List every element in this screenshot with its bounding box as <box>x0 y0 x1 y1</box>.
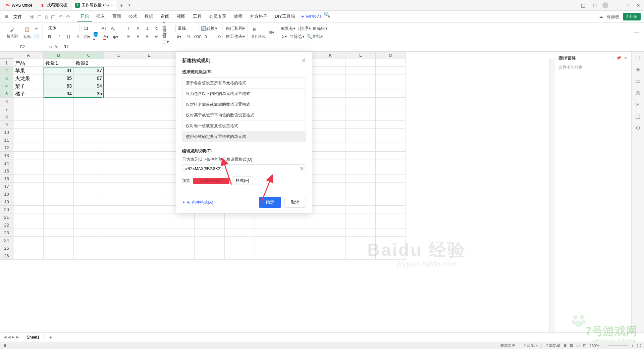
cell[interactable] <box>255 229 285 237</box>
cell[interactable] <box>134 90 164 98</box>
font-name-select[interactable] <box>46 25 79 32</box>
cell[interactable] <box>376 229 406 237</box>
cell[interactable] <box>104 90 134 98</box>
cond-format-label[interactable]: 条件格式 <box>251 34 266 39</box>
cell[interactable] <box>345 144 376 152</box>
merge-cells-icon[interactable]: ⊞ 合并▾ <box>162 33 170 40</box>
cell[interactable] <box>44 121 74 129</box>
cell[interactable] <box>345 105 376 113</box>
formula-input-box[interactable]: ⊞ <box>182 164 306 173</box>
cell[interactable] <box>74 206 104 213</box>
cell[interactable] <box>13 136 44 144</box>
cell[interactable] <box>104 175 134 183</box>
cell[interactable] <box>164 252 195 260</box>
tab-member[interactable]: 会员专享 <box>206 11 230 22</box>
cell[interactable] <box>44 221 74 229</box>
cell[interactable]: 橘子 <box>13 90 44 98</box>
worksheet-button[interactable]: ⊞ 工作表▾ <box>226 33 245 40</box>
print-icon[interactable]: ⎙ <box>44 13 48 20</box>
sheet-prev-icon[interactable]: ◀ <box>8 335 10 339</box>
cell[interactable] <box>44 237 74 244</box>
cell[interactable] <box>44 252 74 260</box>
cell[interactable] <box>315 159 345 167</box>
app-tab-wps[interactable]: W WPS Office <box>2 1 36 10</box>
format-button[interactable]: 格式(F) <box>232 177 253 185</box>
cell[interactable] <box>376 74 406 82</box>
cell[interactable] <box>225 213 255 221</box>
row-header[interactable]: 19 <box>0 198 13 206</box>
row-header[interactable]: 2 <box>0 67 13 74</box>
currency-icon[interactable]: ¥▾ <box>175 34 183 40</box>
cancel-formula-icon[interactable]: ⊙ <box>49 45 52 49</box>
cell[interactable] <box>315 237 345 244</box>
range-picker-icon[interactable]: ⊞ <box>300 166 303 171</box>
tab-view[interactable]: 视图 <box>173 11 189 22</box>
col-header[interactable]: L <box>345 52 376 59</box>
col-header[interactable]: M <box>376 52 406 59</box>
new-tab-button[interactable]: + <box>117 2 126 8</box>
style-panel-icon[interactable]: ◈ <box>636 66 640 72</box>
settings-icon[interactable]: ⚙ <box>636 125 640 131</box>
cell[interactable] <box>13 190 44 198</box>
file-menu[interactable]: 文件 <box>11 13 25 21</box>
bold-icon[interactable]: B <box>46 34 53 40</box>
decrease-font-icon[interactable]: A↓ <box>110 25 117 32</box>
cell[interactable] <box>44 190 74 198</box>
cell[interactable] <box>315 221 345 229</box>
rows-cols-button[interactable]: ⊞ 行和列▾ <box>226 25 245 32</box>
tab-efficiency[interactable]: 效率 <box>230 11 246 22</box>
backup-icon[interactable]: ◎ <box>636 90 640 96</box>
app-tab-workbook[interactable]: S 工作簿数量.xlsx • <box>72 1 116 10</box>
col-header[interactable]: D <box>104 52 134 59</box>
stack-order-label[interactable]: 叠放次序 <box>500 343 515 348</box>
cell[interactable] <box>74 136 104 144</box>
cell[interactable] <box>74 237 104 244</box>
cell[interactable] <box>345 190 376 198</box>
cell[interactable] <box>74 121 104 129</box>
font-size-select[interactable] <box>82 25 98 32</box>
cell[interactable] <box>345 121 376 129</box>
cell[interactable] <box>74 152 104 159</box>
tab-page[interactable]: 页面 <box>109 11 124 22</box>
cell[interactable] <box>44 183 74 190</box>
decimal-inc-icon[interactable]: .0→ <box>204 34 211 40</box>
cell[interactable] <box>104 136 134 144</box>
cell[interactable] <box>74 190 104 198</box>
cell[interactable] <box>13 152 44 159</box>
cell[interactable] <box>376 67 406 74</box>
fx-icon[interactable]: fx <box>55 45 58 49</box>
align-right-icon[interactable]: ≡ <box>144 33 151 40</box>
cell[interactable] <box>225 221 255 229</box>
undo-icon[interactable]: ↶ <box>58 13 63 20</box>
zoom-slider[interactable] <box>608 345 628 346</box>
cell[interactable] <box>44 229 74 237</box>
cell[interactable] <box>345 183 376 190</box>
cell[interactable] <box>134 213 164 221</box>
cell[interactable] <box>104 252 134 260</box>
minimize-icon[interactable]: — <box>612 2 621 9</box>
cell[interactable] <box>13 183 44 190</box>
cell[interactable] <box>134 183 164 190</box>
formula-field[interactable] <box>185 166 300 171</box>
cell[interactable] <box>104 82 134 90</box>
ok-button[interactable]: 确定 <box>259 197 281 208</box>
close-icon[interactable]: ✕ <box>635 2 642 9</box>
col-header[interactable]: E <box>134 52 164 59</box>
cell[interactable] <box>345 74 376 82</box>
cell[interactable] <box>74 113 104 121</box>
cell[interactable] <box>13 198 44 206</box>
hamburger-icon[interactable]: ≡ <box>3 13 10 21</box>
cell[interactable] <box>345 206 376 213</box>
cell[interactable] <box>134 229 164 237</box>
view-read-icon[interactable]: ◫ <box>583 343 586 348</box>
row-header[interactable]: 1 <box>0 59 13 67</box>
cell[interactable] <box>134 190 164 198</box>
sheet-next-icon[interactable]: ▶ <box>12 335 14 339</box>
cell[interactable] <box>345 221 376 229</box>
app-box-icon[interactable]: ◫ <box>579 2 587 9</box>
table-style-icon[interactable]: ⊞▾ <box>268 29 275 36</box>
cell[interactable] <box>134 113 164 121</box>
cell[interactable] <box>345 198 376 206</box>
cell[interactable] <box>104 244 134 252</box>
property-icon[interactable]: ▭ <box>635 78 640 84</box>
